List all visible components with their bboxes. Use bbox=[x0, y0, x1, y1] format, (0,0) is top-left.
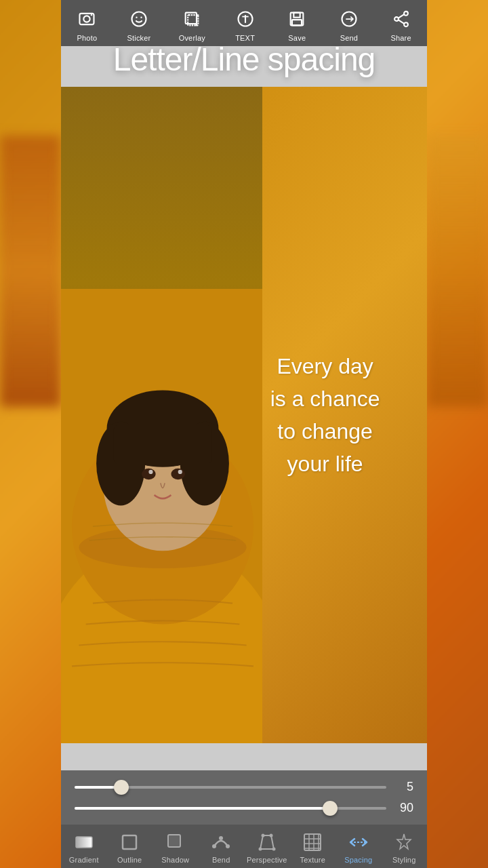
letter-spacing-thumb[interactable] bbox=[114, 780, 129, 795]
line-spacing-thumb[interactable] bbox=[323, 801, 338, 816]
svg-point-31 bbox=[178, 470, 182, 474]
gradient-icon bbox=[73, 831, 95, 853]
svg-point-36 bbox=[212, 844, 216, 848]
svg-line-17 bbox=[398, 14, 403, 18]
tool-perspective[interactable]: Perspective bbox=[247, 831, 287, 864]
svg-marker-39 bbox=[260, 835, 274, 849]
save-icon bbox=[285, 7, 309, 31]
svg-point-14 bbox=[404, 12, 408, 16]
outline-label: Outline bbox=[117, 856, 142, 864]
styling-icon bbox=[393, 831, 415, 853]
perspective-label: Perspective bbox=[247, 856, 287, 864]
perspective-icon bbox=[256, 831, 278, 853]
svg-rect-35 bbox=[168, 835, 180, 847]
photo-icon bbox=[75, 7, 99, 31]
svg-rect-33 bbox=[123, 835, 136, 849]
tool-gradient[interactable]: Gradient bbox=[64, 831, 104, 864]
line-spacing-row: 90 bbox=[75, 801, 413, 815]
svg-rect-32 bbox=[76, 837, 92, 848]
spacing-label: Spacing bbox=[344, 856, 372, 864]
svg-point-3 bbox=[131, 12, 146, 26]
svg-point-28 bbox=[142, 469, 156, 479]
svg-point-30 bbox=[148, 470, 152, 474]
canvas-top-bar bbox=[61, 46, 427, 87]
tool-spacing[interactable]: Spacing bbox=[338, 831, 379, 864]
svg-point-37 bbox=[226, 844, 230, 848]
spacing-icon bbox=[348, 831, 369, 853]
text-icon bbox=[233, 7, 258, 31]
svg-rect-12 bbox=[292, 20, 302, 25]
svg-point-2 bbox=[91, 14, 92, 16]
toolbar-text[interactable]: TEXT bbox=[233, 7, 258, 42]
send-label: Send bbox=[340, 34, 359, 42]
canvas-bottom-bar bbox=[61, 743, 427, 770]
shadow-label: Shadow bbox=[161, 856, 189, 864]
svg-rect-27 bbox=[114, 425, 211, 464]
tool-texture[interactable]: Texture bbox=[292, 831, 333, 864]
toolbar-send[interactable]: Send bbox=[337, 7, 361, 42]
toolbar-save[interactable]: Save bbox=[285, 7, 309, 42]
letter-spacing-row: 5 bbox=[75, 780, 413, 794]
svg-point-1 bbox=[84, 16, 90, 22]
sticker-icon bbox=[127, 7, 151, 31]
svg-point-29 bbox=[171, 469, 185, 479]
svg-point-41 bbox=[269, 834, 272, 837]
svg-point-38 bbox=[219, 836, 223, 840]
toolbar-sticker[interactable]: Sticker bbox=[127, 7, 151, 42]
texture-icon bbox=[302, 831, 323, 853]
svg-point-15 bbox=[394, 17, 399, 21]
svg-point-43 bbox=[258, 848, 262, 851]
line-spacing-value: 90 bbox=[394, 801, 413, 815]
shadow-icon bbox=[165, 831, 186, 853]
svg-point-40 bbox=[261, 834, 264, 837]
bend-label: Bend bbox=[212, 856, 230, 864]
canvas-area: Every dayis a chanceto changeyour life bbox=[61, 46, 427, 770]
send-icon bbox=[337, 7, 361, 31]
photo-label: Photo bbox=[77, 34, 97, 42]
share-label: Share bbox=[390, 34, 411, 42]
letter-spacing-track[interactable] bbox=[75, 786, 386, 789]
bottom-tools: Gradient Outline Shadow Bend bbox=[61, 825, 427, 868]
quote-text: Every dayis a chanceto changeyour life bbox=[230, 350, 420, 480]
texture-label: Texture bbox=[300, 856, 325, 864]
overlay-icon bbox=[180, 7, 204, 31]
save-label: Save bbox=[288, 34, 306, 42]
letter-spacing-value: 5 bbox=[394, 780, 413, 794]
svg-line-18 bbox=[398, 20, 403, 23]
app-container: Photo Sticker Overlay bbox=[61, 0, 427, 868]
bend-icon bbox=[210, 831, 232, 853]
line-spacing-track[interactable] bbox=[75, 807, 386, 810]
toolbar-photo[interactable]: Photo bbox=[75, 7, 99, 42]
svg-point-4 bbox=[136, 17, 137, 18]
line-spacing-fill bbox=[75, 807, 330, 810]
tool-styling[interactable]: Styling bbox=[384, 831, 424, 864]
svg-marker-52 bbox=[397, 834, 411, 849]
toolbar-overlay[interactable]: Overlay bbox=[179, 7, 205, 42]
canvas-image[interactable]: Every dayis a chanceto changeyour life bbox=[61, 87, 427, 743]
tool-outline[interactable]: Outline bbox=[109, 831, 150, 864]
gradient-label: Gradient bbox=[69, 856, 99, 864]
tool-shadow[interactable]: Shadow bbox=[155, 831, 196, 864]
svg-point-16 bbox=[404, 22, 408, 26]
top-toolbar: Photo Sticker Overlay bbox=[61, 0, 427, 46]
sliders-panel: 5 90 bbox=[61, 770, 427, 825]
svg-point-42 bbox=[272, 848, 275, 851]
tool-bend[interactable]: Bend bbox=[201, 831, 241, 864]
overlay-label: Overlay bbox=[179, 34, 205, 42]
svg-rect-11 bbox=[294, 13, 300, 18]
outline-icon bbox=[119, 831, 140, 853]
svg-point-5 bbox=[140, 17, 142, 18]
text-label: TEXT bbox=[235, 34, 255, 42]
toolbar-share[interactable]: Share bbox=[389, 7, 413, 42]
styling-label: Styling bbox=[392, 856, 415, 864]
sticker-label: Sticker bbox=[127, 34, 150, 42]
share-icon bbox=[389, 7, 413, 31]
